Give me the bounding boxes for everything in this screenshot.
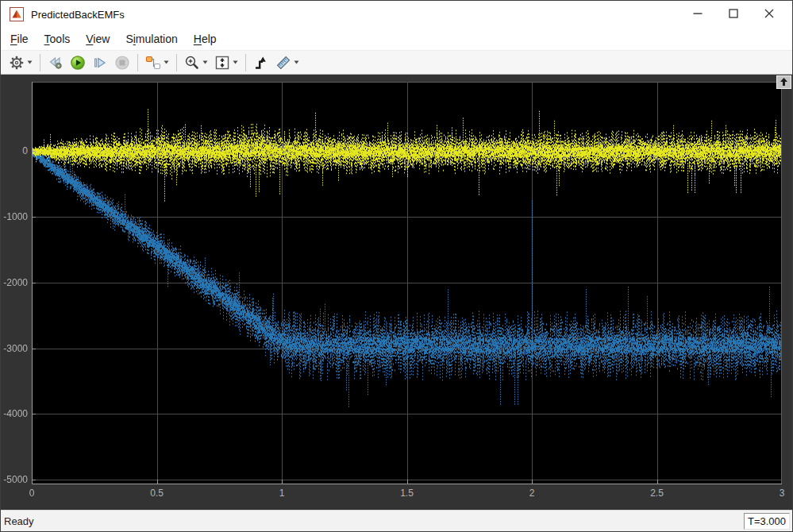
close-button[interactable] bbox=[751, 1, 787, 28]
y-axis-tick-label: -2000 bbox=[1, 277, 28, 288]
menu-item-view[interactable]: View bbox=[78, 30, 117, 48]
zoom-in-button[interactable] bbox=[182, 53, 210, 72]
dock-button[interactable] bbox=[776, 75, 791, 89]
minimize-icon bbox=[693, 7, 703, 21]
menu-item-simulation[interactable]: Simulation bbox=[117, 30, 185, 48]
toolbar-separator bbox=[176, 54, 177, 71]
x-axis-tick-label: 0 bbox=[16, 488, 48, 499]
simulink-scope-icon bbox=[10, 7, 24, 21]
x-axis-tick-label: 3 bbox=[766, 488, 793, 499]
simulink-blocks-icon bbox=[145, 55, 161, 71]
measurements-icon bbox=[275, 55, 291, 71]
window-title: PredictedBackEMFs bbox=[31, 9, 125, 21]
zoom-in-icon bbox=[184, 55, 200, 71]
stop-icon bbox=[114, 55, 130, 71]
run-button[interactable] bbox=[67, 53, 88, 72]
stop-button[interactable] bbox=[112, 53, 133, 72]
trigger-icon bbox=[253, 55, 269, 71]
x-axis-tick-label: 2 bbox=[516, 488, 548, 499]
scope-window: PredictedBackEMFs FileToolsViewSimulatio… bbox=[0, 0, 793, 532]
y-axis-tick-label: -3000 bbox=[1, 343, 28, 354]
toolbar-separator bbox=[40, 54, 40, 71]
scope-plot-canvas[interactable] bbox=[32, 82, 782, 484]
y-axis-tick-label: -1000 bbox=[1, 211, 28, 222]
minimize-button[interactable] bbox=[679, 1, 715, 28]
x-axis-tick-label: 1 bbox=[266, 488, 298, 499]
close-icon bbox=[764, 7, 774, 21]
run-icon bbox=[70, 55, 86, 71]
fit-to-view-icon bbox=[214, 55, 230, 71]
simulink-blocks-button[interactable] bbox=[143, 53, 171, 72]
titlebar: PredictedBackEMFs bbox=[1, 1, 792, 28]
toolbar bbox=[1, 50, 792, 75]
menu-item-help[interactable]: Help bbox=[186, 30, 225, 48]
step-back-button[interactable] bbox=[45, 53, 66, 72]
settings-gear-icon bbox=[9, 55, 25, 71]
step-back-icon bbox=[48, 55, 64, 71]
plot-region: 0-1000-2000-3000-4000-500000.511.522.53 bbox=[1, 75, 792, 510]
step-forward-button[interactable] bbox=[90, 53, 110, 72]
y-axis-tick-label: 0 bbox=[1, 145, 28, 156]
maximize-icon bbox=[729, 7, 738, 21]
dropdown-caret-icon[interactable] bbox=[164, 60, 169, 64]
y-axis-tick-label: -4000 bbox=[1, 408, 28, 419]
window-controls bbox=[679, 1, 787, 28]
dropdown-caret-icon[interactable] bbox=[202, 60, 208, 64]
step-forward-icon bbox=[92, 55, 108, 71]
simulation-time-readout: T=3.000 bbox=[744, 513, 790, 530]
toolbar-separator bbox=[245, 54, 246, 71]
menu-item-file[interactable]: File bbox=[2, 30, 37, 48]
menubar: FileToolsViewSimulationHelp bbox=[1, 28, 792, 50]
status-message: Ready bbox=[1, 515, 34, 527]
dropdown-caret-icon[interactable] bbox=[294, 60, 299, 64]
fit-to-view-button[interactable] bbox=[212, 53, 241, 72]
settings-gear-button[interactable] bbox=[6, 53, 35, 72]
menu-item-tools[interactable]: Tools bbox=[37, 30, 79, 48]
maximize-button[interactable] bbox=[715, 1, 751, 28]
y-axis-tick-label: -5000 bbox=[1, 474, 28, 485]
statusbar: Ready T=3.000 bbox=[1, 510, 792, 531]
x-axis-tick-label: 1.5 bbox=[391, 488, 423, 499]
measurements-button[interactable] bbox=[273, 53, 302, 72]
x-axis-tick-label: 0.5 bbox=[141, 488, 173, 499]
dropdown-caret-icon[interactable] bbox=[27, 60, 33, 64]
toolbar-separator bbox=[137, 54, 138, 71]
dropdown-caret-icon[interactable] bbox=[233, 60, 238, 64]
trigger-button[interactable] bbox=[251, 53, 271, 72]
x-axis-tick-label: 2.5 bbox=[641, 488, 673, 499]
